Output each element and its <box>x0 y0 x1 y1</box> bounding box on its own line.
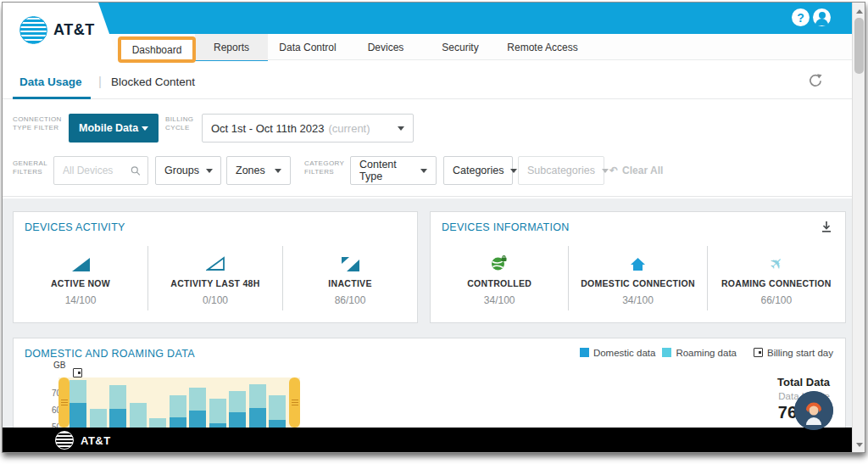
legend-billing-start: Billing start day <box>754 348 833 358</box>
person-silhouette-icon <box>813 8 831 26</box>
nav-tab-label: Reports <box>214 42 249 53</box>
device-search-input[interactable] <box>63 165 131 176</box>
nav-tab-label: Remote Access <box>507 42 577 53</box>
chevron-down-icon <box>420 169 427 173</box>
profile-icon[interactable] <box>813 8 831 26</box>
groups-dropdown[interactable]: Groups <box>155 156 221 185</box>
scroll-up-button[interactable] <box>853 4 865 18</box>
tab-blocked-content[interactable]: Blocked Content <box>111 75 195 88</box>
total-data-label: Total Data <box>777 376 830 389</box>
help-icon[interactable]: ? <box>792 8 810 26</box>
arrow-up-icon <box>856 9 863 14</box>
subcategories-dropdown[interactable]: Subcategories <box>518 156 604 185</box>
app-header-bar: ? <box>3 3 853 34</box>
zones-dropdown[interactable]: Zones <box>226 156 291 185</box>
assistant-avatar-icon <box>794 391 833 430</box>
brand-name: AT&T <box>53 21 95 39</box>
legend-swatch-domestic <box>580 348 589 357</box>
report-subtabs: Data Usage | Blocked Content <box>3 61 853 100</box>
screenshot-stage: ? AT&T Dashboard Reports Data Control De… <box>0 0 868 464</box>
airplane-icon: ✈ <box>770 253 783 271</box>
footer-brand: AT&T <box>81 434 111 447</box>
nav-tab-data-control[interactable]: Data Control <box>267 34 348 60</box>
stat-active-now: ACTIVE NOW 14/100 <box>14 246 147 310</box>
devices-activity-card: DEVICES ACTIVITY ACTIVE NOW 14/100 ACTIV… <box>13 211 418 323</box>
scroll-down-button[interactable] <box>853 438 865 451</box>
y-axis-unit: GB <box>53 361 65 370</box>
chevron-down-icon <box>398 126 404 131</box>
undo-icon: ↶ <box>609 165 618 176</box>
devices-information-card: DEVICES INFORMATION <box>430 211 846 323</box>
chevron-down-icon <box>206 169 213 173</box>
main-nav: Dashboard Reports Data Control Devices S… <box>3 34 853 60</box>
house-icon <box>630 253 646 271</box>
help-glyph: ? <box>797 11 804 25</box>
chart-legend: Domestic data Roaming data Billing start… <box>580 348 833 358</box>
app-footer: AT&T <box>3 428 853 453</box>
scrollbar-thumb[interactable] <box>854 18 864 74</box>
chevron-down-icon <box>275 169 281 173</box>
chevron-down-icon <box>142 126 148 131</box>
tab-data-usage[interactable]: Data Usage <box>19 75 82 88</box>
device-search-box <box>53 156 148 185</box>
connection-type-dropdown[interactable]: Mobile Data <box>69 114 159 143</box>
section-divider <box>3 196 853 197</box>
chat-assistant-button[interactable] <box>794 391 833 430</box>
calendar-icon <box>754 348 763 357</box>
nav-tab-label: Devices <box>368 42 404 53</box>
nav-tab-dashboard[interactable]: Dashboard <box>118 36 196 63</box>
category-filters-label: CATEGORY FILTERS <box>304 159 344 176</box>
billing-cycle-label: BILLING CYCLE <box>165 115 193 132</box>
billing-start-marker-icon <box>73 365 82 380</box>
categories-dropdown[interactable]: Categories <box>443 156 513 185</box>
general-filters-label: GENERAL FILTERS <box>13 159 47 176</box>
stat-activity-48h: ACTIVITY LAST 48H 0/100 <box>147 246 282 310</box>
legend-domestic: Domestic data <box>580 348 656 358</box>
legend-swatch-roaming <box>662 348 671 357</box>
nav-tab-security[interactable]: Security <box>430 34 490 60</box>
stat-inactive: INACTIVE 86/100 <box>282 246 417 310</box>
arrow-down-icon <box>856 443 863 447</box>
signal-inactive-icon <box>341 253 360 271</box>
billing-cycle-hint: (current) <box>328 122 370 135</box>
chevron-down-icon <box>510 169 517 173</box>
browser-app-window: ? AT&T Dashboard Reports Data Control De… <box>2 2 865 453</box>
nav-tab-label: Dashboard <box>132 44 182 56</box>
legend-roaming: Roaming data <box>662 348 737 358</box>
card-title: DEVICES INFORMATION <box>442 221 570 233</box>
stat-roaming-connection: ✈ ROAMING CONNECTION 66/100 <box>707 246 845 310</box>
att-globe-icon-footer <box>55 431 74 450</box>
globe-lock-icon <box>491 253 508 271</box>
content-area: Data Usage | Blocked Content CONNECTION … <box>3 61 853 429</box>
subtab-separator: | <box>98 74 102 88</box>
refresh-icon[interactable] <box>808 73 823 92</box>
stat-controlled: CONTROLLED 34/100 <box>431 246 568 310</box>
signal-active-icon <box>72 253 90 271</box>
stat-domestic-connection: DOMESTIC CONNECTION 34/100 <box>568 246 706 310</box>
search-icon[interactable] <box>131 165 141 177</box>
vertical-scrollbar[interactable] <box>852 3 865 453</box>
content-type-dropdown[interactable]: Content Type <box>350 156 437 185</box>
nav-tab-remote-access[interactable]: Remote Access <box>495 34 589 60</box>
nav-tab-reports[interactable]: Reports <box>195 34 268 60</box>
chevron-down-icon <box>602 169 609 173</box>
card-title: DEVICES ACTIVITY <box>25 221 125 233</box>
clear-all-button[interactable]: ↶ Clear All <box>609 165 663 176</box>
nav-tab-label: Security <box>442 42 478 53</box>
download-icon[interactable] <box>820 220 833 237</box>
signal-outline-icon <box>206 253 225 271</box>
connection-type-filter-label: CONNECTION TYPE FILTER <box>13 115 62 132</box>
att-globe-icon <box>19 16 47 44</box>
subtab-divider <box>3 98 853 99</box>
nav-tab-devices[interactable]: Devices <box>356 34 416 60</box>
billing-cycle-dropdown[interactable]: Oct 1st - Oct 11th 2023 (current) <box>202 114 414 143</box>
nav-tab-label: Data Control <box>279 42 336 53</box>
range-handle-right[interactable] <box>289 377 300 428</box>
range-handle-left[interactable] <box>58 377 70 428</box>
active-subtab-underline <box>13 97 91 99</box>
